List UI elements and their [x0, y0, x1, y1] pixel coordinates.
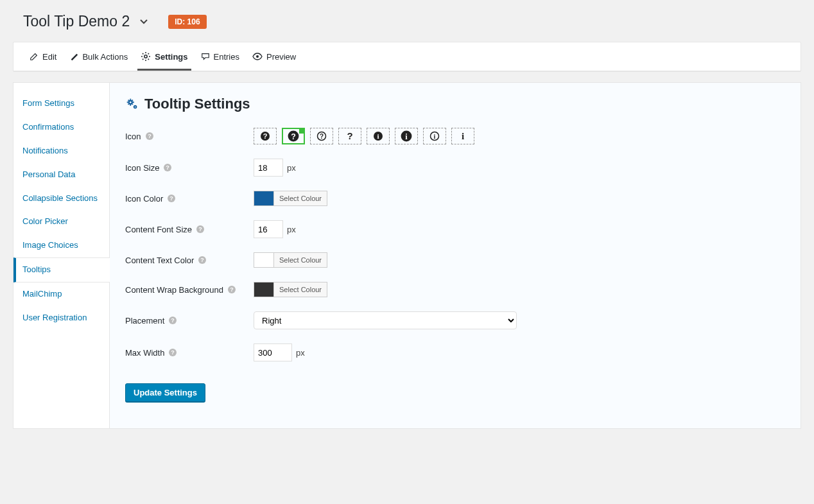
label-max-width: Max Width — [125, 348, 164, 358]
svg-text:?: ? — [201, 257, 205, 263]
content-font-size-input[interactable] — [254, 220, 283, 238]
help-icon[interactable]: ? — [168, 348, 177, 357]
main-title: Tooltip Settings — [125, 96, 785, 112]
sidebar-item-confirmations[interactable]: Confirmations — [13, 116, 109, 139]
pencil-icon — [69, 52, 78, 61]
content-text-color-swatch[interactable] — [254, 252, 274, 268]
label-content-text-color: Content Text Color — [125, 256, 194, 265]
update-settings-button[interactable]: Update Settings — [125, 383, 205, 402]
svg-text:?: ? — [347, 131, 352, 141]
sidebar-item-mailchimp[interactable]: MailChimp — [13, 282, 109, 306]
sidebar-item-user-registration[interactable]: User Registration — [13, 306, 109, 330]
px-suffix: px — [296, 348, 305, 358]
icon-choice-0[interactable]: ? — [254, 128, 277, 144]
content-card: Form Settings Confirmations Notification… — [13, 82, 801, 429]
row-content-text-color: Content Text Color ? Select Colour — [125, 252, 785, 268]
main-title-text: Tooltip Settings — [144, 96, 250, 112]
svg-text:i: i — [377, 132, 379, 140]
content-text-color-button[interactable]: Select Colour — [274, 252, 327, 268]
icon-choice-3[interactable]: ? — [338, 128, 361, 144]
row-placement: Placement ? Right — [125, 311, 785, 329]
icon-choice-4[interactable]: i — [367, 128, 390, 144]
svg-text:?: ? — [171, 317, 175, 324]
svg-text:?: ? — [170, 195, 174, 202]
help-icon[interactable]: ? — [145, 132, 154, 141]
page-title: Tool Tip Demo 2 — [23, 13, 130, 30]
svg-text:?: ? — [198, 226, 202, 232]
tab-entries[interactable]: Entries — [195, 42, 246, 71]
svg-point-5 — [135, 107, 136, 108]
content-wrap-bg-swatch[interactable] — [254, 282, 274, 297]
label-icon: Icon — [125, 132, 141, 141]
sidebar-item-tooltips[interactable]: Tooltips — [13, 257, 110, 282]
placement-select[interactable]: Right — [254, 311, 517, 329]
help-icon[interactable]: ? — [163, 163, 172, 172]
svg-text:?: ? — [263, 132, 268, 140]
help-icon[interactable]: ? — [167, 194, 176, 203]
svg-text:i: i — [434, 133, 436, 140]
row-content-wrap-bg: Content Wrap Background ? Select Colour — [125, 282, 785, 297]
id-badge: ID: 106 — [168, 15, 206, 29]
sidebar-item-image-choices[interactable]: Image Choices — [13, 234, 109, 257]
help-icon[interactable]: ? — [196, 225, 205, 234]
sidebar-item-notifications[interactable]: Notifications — [13, 139, 109, 163]
tab-bulk-actions[interactable]: Bulk Actions — [63, 42, 134, 71]
icon-choice-1[interactable]: ? — [282, 128, 305, 144]
label-placement: Placement — [125, 316, 164, 326]
icon-size-input[interactable] — [254, 159, 283, 177]
sidebar-item-color-picker[interactable]: Color Picker — [13, 210, 109, 234]
tab-settings[interactable]: Settings — [134, 42, 194, 71]
help-icon[interactable]: ? — [198, 256, 207, 265]
sidebar-item-form-settings[interactable]: Form Settings — [13, 92, 109, 116]
svg-text:i: i — [462, 131, 464, 141]
chevron-down-icon[interactable] — [139, 17, 149, 27]
sidebar-item-collapsible-sections[interactable]: Collapsible Sections — [13, 187, 109, 211]
tab-edit[interactable]: Edit — [23, 42, 63, 71]
svg-point-0 — [144, 55, 147, 58]
max-width-input[interactable] — [254, 343, 292, 361]
content-wrap-bg-button[interactable]: Select Colour — [274, 282, 327, 297]
px-suffix: px — [287, 225, 296, 234]
gears-icon — [125, 97, 139, 111]
gear-icon — [141, 51, 151, 62]
tab-label: Edit — [42, 52, 56, 62]
svg-text:?: ? — [291, 132, 296, 141]
tab-label: Entries — [214, 52, 239, 62]
row-content-font-size: Content Font Size ? px — [125, 220, 785, 238]
tabs-card: Edit Bulk Actions Settings Entries Previ… — [13, 42, 801, 72]
label-icon-size: Icon Size — [125, 163, 159, 173]
sidebar-item-personal-data[interactable]: Personal Data — [13, 163, 109, 187]
label-content-wrap-bg: Content Wrap Background — [125, 285, 223, 295]
icon-choice-7[interactable]: i — [451, 128, 474, 144]
svg-text:i: i — [405, 132, 408, 141]
tab-label: Bulk Actions — [82, 52, 128, 62]
icon-choices: ? ? ? ? i — [254, 128, 474, 144]
svg-text:?: ? — [166, 164, 170, 171]
icon-choice-2[interactable]: ? — [310, 128, 333, 144]
icon-color-button[interactable]: Select Colour — [274, 191, 327, 206]
tab-label: Settings — [155, 52, 187, 62]
tab-preview[interactable]: Preview — [246, 42, 302, 71]
help-icon[interactable]: ? — [227, 285, 236, 294]
tabs: Edit Bulk Actions Settings Entries Previ… — [13, 42, 801, 71]
svg-text:?: ? — [171, 349, 175, 356]
px-suffix: px — [287, 163, 296, 173]
tab-label: Preview — [266, 52, 296, 62]
row-icon-size: Icon Size ? px — [125, 159, 785, 177]
svg-text:?: ? — [230, 286, 234, 293]
row-icon-color: Icon Color ? Select Colour — [125, 191, 785, 206]
comment-icon — [201, 52, 210, 61]
icon-choice-6[interactable]: i — [423, 128, 446, 144]
svg-point-3 — [130, 101, 132, 103]
row-icon: Icon ? ? ? ? ? — [125, 128, 785, 144]
help-icon[interactable]: ? — [168, 316, 177, 325]
eye-icon — [252, 52, 263, 61]
row-max-width: Max Width ? px — [125, 343, 785, 361]
icon-choice-5[interactable]: i — [395, 128, 418, 144]
label-icon-color: Icon Color — [125, 194, 163, 204]
icon-color-swatch[interactable] — [254, 191, 274, 206]
settings-sidebar: Form Settings Confirmations Notification… — [13, 83, 110, 428]
edit-icon — [30, 52, 39, 61]
main-panel: Tooltip Settings Icon ? ? ? — [110, 83, 801, 428]
svg-point-1 — [256, 55, 259, 58]
